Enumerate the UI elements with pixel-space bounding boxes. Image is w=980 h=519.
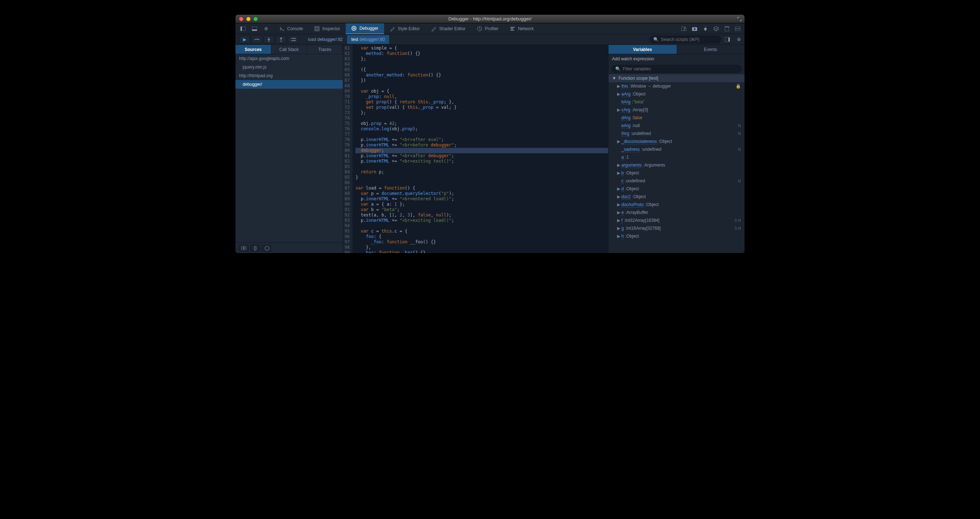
source-item[interactable]: jquery.min.js: [235, 63, 343, 72]
variable-row[interactable]: ▶b: Object: [608, 169, 745, 177]
scope-header[interactable]: ▼ Function scope [test]: [608, 74, 745, 82]
variable-row[interactable]: a: 1: [608, 153, 745, 161]
source-item[interactable]: http://htmlpad.org: [235, 72, 343, 80]
resume-button[interactable]: ▶: [239, 35, 250, 43]
expand-icon: ▶: [617, 84, 621, 89]
variable-row[interactable]: _sadness: undefinedN: [608, 145, 745, 153]
variable-value: Int16Array[32768]: [627, 226, 660, 231]
variable-name: g: [621, 226, 624, 231]
code-line: [355, 132, 608, 137]
scratchpad-icon[interactable]: [724, 25, 730, 32]
step-in-button[interactable]: [264, 35, 274, 43]
close-button[interactable]: [239, 17, 243, 21]
variable-row[interactable]: ▶this: Window → debugger🔒: [608, 82, 745, 90]
breadcrumb-item[interactable]: test debugger/:80: [347, 35, 389, 44]
filter-variables-input[interactable]: [623, 67, 738, 72]
split-console-icon[interactable]: [735, 25, 741, 32]
variable-row[interactable]: fArg: undefinedN: [608, 130, 745, 137]
expand-icon: ▶: [617, 186, 621, 191]
variable-row[interactable]: ▶h: Object: [608, 232, 745, 240]
toggle-panes-icon[interactable]: [725, 37, 730, 41]
variable-value: undefined: [643, 147, 662, 152]
gear-icon[interactable]: ⚙: [263, 25, 269, 32]
variable-value: 1: [627, 155, 629, 160]
fullscreen-icon[interactable]: [737, 17, 741, 21]
variable-value: "beta": [633, 99, 645, 104]
source-item[interactable]: http://ajax.googleapis.com: [235, 54, 343, 63]
responsive-icon[interactable]: [681, 25, 687, 32]
search-scripts-input[interactable]: [661, 37, 717, 42]
code-line: }): [355, 78, 608, 83]
step-out-button[interactable]: [276, 35, 286, 43]
code-line: _prop: null,: [355, 94, 608, 99]
zoom-button[interactable]: [253, 17, 258, 21]
variable-row[interactable]: ▶cArg: Array[3]: [608, 106, 745, 114]
variable-row[interactable]: ▶docAsProto: Object: [608, 201, 745, 209]
variable-name: aArg: [621, 92, 630, 97]
code-line: get prop() { return this._prop; },: [355, 99, 608, 105]
search-icon: 🔍: [615, 67, 620, 72]
breadcrumb-item[interactable]: load debugger/:92: [304, 35, 347, 44]
variable-row[interactable]: ▶arguments: Arguments: [608, 161, 745, 169]
variable-badge: S N: [735, 218, 741, 223]
variable-row[interactable]: ▶aArg: Object: [608, 90, 745, 98]
step-over-button[interactable]: [251, 35, 262, 43]
screenshot-icon[interactable]: [691, 25, 698, 32]
variable-row[interactable]: ▶d: Object: [608, 185, 745, 193]
code-line: var a = { a: 1 };: [355, 202, 608, 207]
debugger-settings-icon[interactable]: ⚙: [737, 37, 741, 42]
variable-row[interactable]: ▶_disconsolateness: Object: [608, 137, 745, 145]
toggle-breakpoints-button[interactable]: [288, 35, 299, 43]
code-line: var b = "beta";: [355, 207, 608, 212]
box-icon[interactable]: [713, 25, 719, 32]
dock-side-icon[interactable]: [240, 25, 246, 32]
code-editor[interactable]: 6162636465666768697071727374757677787980…: [343, 45, 608, 253]
right-tab-variables[interactable]: Variables: [608, 45, 677, 54]
code-line: var simple = {: [355, 46, 608, 51]
right-tab-events[interactable]: Events: [677, 45, 745, 54]
add-watch-expression[interactable]: Add watch expression: [608, 54, 745, 64]
svg-rect-14: [725, 27, 729, 31]
variable-row[interactable]: ▶f: Int32Array[16384]S N: [608, 217, 745, 224]
dock-bottom-icon[interactable]: [251, 25, 258, 32]
minimize-button[interactable]: [246, 17, 251, 21]
variable-name: fArg: [621, 131, 629, 136]
variable-row[interactable]: ▶g: Int16Array[32768]S N: [608, 224, 745, 232]
tab-profiler[interactable]: Profiler: [471, 23, 504, 34]
variable-row[interactable]: c: undefinedN: [608, 177, 745, 185]
code-line: var c = this.c = {: [355, 229, 608, 234]
tab-console[interactable]: Console: [274, 23, 309, 34]
tab-network[interactable]: Network: [504, 23, 539, 34]
code-line: [355, 62, 608, 67]
variable-row[interactable]: dArg: false: [608, 114, 745, 122]
variable-value: Object: [627, 170, 639, 175]
filter-variables-box[interactable]: 🔍: [611, 65, 741, 73]
search-scripts-box[interactable]: 🔍: [649, 35, 721, 43]
left-tab-sources[interactable]: Sources: [235, 45, 271, 54]
code-line: [355, 116, 608, 121]
left-tab-call-stack[interactable]: Call Stack: [271, 45, 307, 54]
variable-name: bArg: [621, 99, 630, 105]
tab-debugger[interactable]: Debugger: [346, 23, 384, 34]
variable-value: Object: [627, 186, 639, 191]
variable-row[interactable]: ▶doc2: Object: [608, 193, 745, 201]
blackbox-toggle[interactable]: [239, 244, 248, 252]
trace-toggle[interactable]: ◯: [262, 244, 271, 252]
svg-rect-7: [353, 27, 353, 29]
left-tab-traces[interactable]: Traces: [307, 45, 343, 54]
variable-name: arguments: [621, 162, 642, 168]
variable-row[interactable]: bArg: "beta": [608, 98, 745, 106]
variable-name: e: [621, 210, 624, 215]
code-line: var obj = {: [355, 89, 608, 94]
source-item[interactable]: debugger/: [235, 80, 343, 89]
pretty-print-button[interactable]: {}: [251, 244, 260, 252]
tab-inspector[interactable]: Inspector: [309, 23, 346, 34]
tab-style-editor[interactable]: Style Editor: [384, 23, 425, 34]
sources-panel: SourcesCall StackTraces http://ajax.goog…: [235, 45, 343, 253]
tab-shader-editor[interactable]: Shader Editor: [425, 23, 471, 34]
svg-rect-20: [729, 37, 730, 41]
paint-icon[interactable]: [702, 25, 709, 32]
variable-row[interactable]: eArg: nullN: [608, 122, 745, 130]
variable-value: Array[3]: [633, 107, 648, 112]
variable-row[interactable]: ▶e: ArrayBuffer: [608, 209, 745, 217]
